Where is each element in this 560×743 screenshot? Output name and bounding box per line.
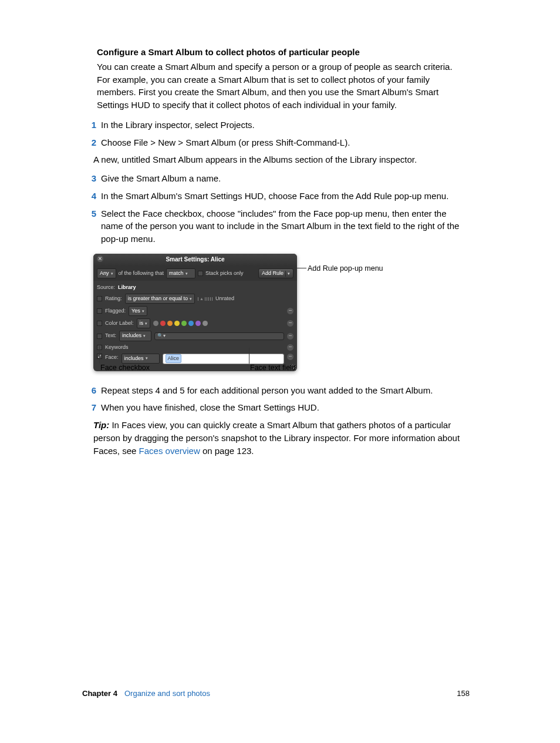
add-rule-popup[interactable]: Add Rule (258, 268, 294, 278)
color-dot[interactable] (153, 321, 158, 326)
step-number: 1 (89, 119, 96, 132)
step-text: In the Library inspector, select Project… (101, 119, 467, 132)
callout-face-checkbox: Face checkbox (100, 362, 150, 373)
step-4: 4 In the Smart Album's Smart Settings HU… (89, 190, 467, 203)
step-number: 7 (89, 401, 96, 414)
tip-label: Tip: (93, 420, 109, 430)
remove-rule-button[interactable]: – (287, 333, 294, 339)
stack-checkbox[interactable] (198, 271, 203, 276)
color-label: Color Label: (105, 320, 134, 327)
color-checkbox[interactable] (97, 321, 102, 326)
search-icon: 🔍▾ (157, 332, 166, 339)
face-tag: Alice (166, 354, 182, 363)
text-row: Text: includes 🔍▾ – (97, 330, 294, 342)
hud-match-row: Any of the following that match Stack pi… (93, 266, 297, 281)
chapter-title: Organize and sort photos (124, 688, 210, 700)
step-text: Select the Face checkbox, choose "includ… (101, 207, 467, 246)
remove-rule-button[interactable]: – (287, 354, 294, 360)
tip-paragraph: Tip: In Faces view, you can quickly crea… (93, 419, 467, 457)
callout-line (297, 268, 306, 268)
remove-rule-button[interactable]: – (287, 320, 294, 327)
text-popup[interactable]: includes (119, 331, 151, 341)
step-1: 1 In the Library inspector, select Proje… (89, 119, 467, 132)
flagged-row: Flagged: Yes – (97, 305, 294, 317)
callout-add-rule: Add Rule pop-up menu (308, 263, 383, 274)
match-popup[interactable]: match (166, 268, 195, 278)
rating-popup[interactable]: is greater than or equal to (125, 294, 195, 304)
tip-text-after: on page 123. (200, 446, 254, 456)
match-label: of the following that (119, 270, 164, 277)
source-value: Library (118, 284, 136, 291)
hud-body: Source: Library Rating: is greater than … (93, 281, 297, 371)
rating-label: Rating: (105, 295, 122, 302)
page-content: Configure a Smart Album to collect photo… (97, 46, 467, 457)
unrated-label: Unrated (215, 295, 234, 302)
color-dot[interactable] (188, 321, 194, 326)
section-title: Configure a Smart Album to collect photo… (97, 46, 467, 59)
step-number: 6 (89, 384, 96, 397)
step-list: 1 In the Library inspector, select Proje… (89, 119, 467, 458)
chapter-label: Chapter 4 (82, 688, 117, 700)
color-dot[interactable] (167, 321, 173, 326)
step-7: 7 When you have finished, close the Smar… (89, 401, 467, 414)
step-number: 4 (89, 190, 96, 203)
color-dot[interactable] (203, 321, 208, 326)
color-dot[interactable] (195, 321, 201, 326)
step-text: Give the Smart Album a name. (101, 172, 467, 185)
remove-rule-button[interactable]: – (287, 308, 294, 314)
step-text: In the Smart Album's Smart Settings HUD,… (101, 190, 467, 203)
step-2: 2 Choose File > New > Smart Album (or pr… (89, 136, 467, 149)
flagged-checkbox[interactable] (97, 308, 102, 314)
callout-face-text: Face text field (250, 362, 296, 373)
color-dot[interactable] (181, 321, 187, 326)
step-result: A new, untitled Smart Album appears in t… (93, 153, 467, 166)
remove-rule-button[interactable]: – (287, 344, 294, 351)
text-checkbox[interactable] (97, 334, 102, 339)
face-label: Face: (105, 354, 119, 361)
color-popup[interactable]: is (137, 318, 151, 328)
keywords-label: Keywords (105, 344, 129, 351)
page-footer: Chapter 4 Organize and sort photos 158 (82, 688, 470, 700)
color-label-row: Color Label: is – (97, 317, 294, 330)
step-6: 6 Repeat steps 4 and 5 for each addition… (89, 384, 467, 397)
text-label: Text: (105, 332, 116, 339)
color-dot[interactable] (160, 321, 166, 326)
callout-line (249, 348, 249, 364)
smart-settings-figure: ✕ Smart Settings: Alice Any of the follo… (93, 254, 446, 371)
step-text: Choose File > New > Smart Album (or pres… (101, 136, 467, 149)
rating-row: Rating: is greater than or equal to ▲ Un… (97, 293, 294, 305)
rating-checkbox[interactable] (97, 296, 102, 301)
hud-title-text: Smart Settings: Alice (166, 256, 224, 263)
faces-overview-link[interactable]: Faces overview (139, 446, 200, 456)
text-search-field[interactable]: 🔍▾ (154, 332, 284, 340)
source-row: Source: Library (97, 283, 294, 293)
stack-label: Stack picks only (205, 270, 244, 277)
rating-slider[interactable]: ▲ (198, 296, 212, 302)
source-label: Source: (97, 284, 115, 291)
step-5: 5 Select the Face checkbox, choose "incl… (89, 207, 467, 246)
smart-settings-hud: ✕ Smart Settings: Alice Any of the follo… (93, 254, 297, 371)
step-text: Repeat steps 4 and 5 for each additional… (101, 384, 467, 397)
step-number: 3 (89, 172, 96, 185)
step-text: When you have finished, close the Smart … (101, 401, 467, 414)
color-swatches[interactable] (153, 321, 208, 326)
flagged-label: Flagged: (105, 307, 126, 315)
color-dot[interactable] (174, 321, 180, 326)
callout-line (99, 346, 100, 364)
intro-paragraph: You can create a Smart Album and specify… (97, 60, 467, 112)
step-number: 2 (89, 136, 96, 149)
hud-titlebar: ✕ Smart Settings: Alice (93, 254, 297, 267)
any-popup[interactable]: Any (97, 268, 116, 278)
step-3: 3 Give the Smart Album a name. (89, 172, 467, 185)
page-number: 158 (457, 688, 470, 700)
close-icon[interactable]: ✕ (97, 255, 103, 262)
keywords-row: Keywords – (97, 342, 294, 352)
flagged-popup[interactable]: Yes (129, 306, 147, 316)
step-number: 5 (89, 207, 96, 246)
